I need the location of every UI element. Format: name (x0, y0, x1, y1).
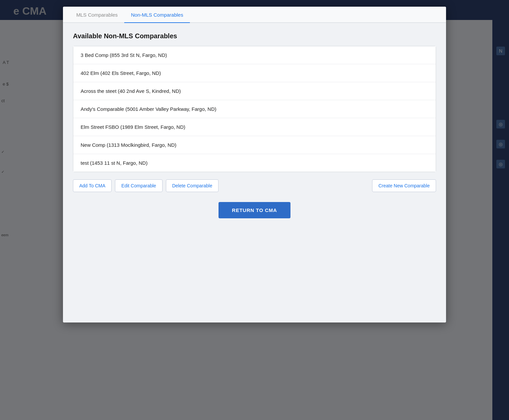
comparable-item[interactable]: 3 Bed Comp (855 3rd St N, Fargo, ND) (73, 46, 436, 64)
section-title: Available Non-MLS Comparables (73, 32, 436, 40)
tab-mls-comparables[interactable]: MLS Comparables (70, 7, 124, 23)
modal-container: MLS Comparables Non-MLS Comparables Avai… (63, 7, 446, 322)
modal-backdrop: MLS Comparables Non-MLS Comparables Avai… (0, 0, 509, 420)
tabs-bar: MLS Comparables Non-MLS Comparables (63, 7, 446, 23)
comparable-item[interactable]: test (1453 11 st N, Fargo, ND) (73, 154, 436, 172)
actions-row: Add To CMA Edit Comparable Delete Compar… (73, 179, 436, 192)
footer-area: RETURN TO CMA (73, 192, 436, 222)
comparable-item[interactable]: Andy's Comparable (5001 Amber Valley Par… (73, 100, 436, 118)
delete-comparable-button[interactable]: Delete Comparable (166, 179, 219, 192)
return-to-cma-button[interactable]: RETURN TO CMA (219, 202, 290, 218)
actions-left: Add To CMA Edit Comparable Delete Compar… (73, 179, 219, 192)
comparable-item[interactable]: Across the steet (40 2nd Ave S, Kindred,… (73, 82, 436, 100)
edit-comparable-button[interactable]: Edit Comparable (115, 179, 162, 192)
create-new-comparable-button[interactable]: Create New Comparable (372, 179, 436, 192)
add-to-cma-button[interactable]: Add To CMA (73, 179, 112, 192)
comparable-item[interactable]: New Comp (1313 Moclkingbird, Fargo, ND) (73, 136, 436, 154)
comparables-list: 3 Bed Comp (855 3rd St N, Fargo, ND) 402… (73, 46, 436, 172)
modal-body: Available Non-MLS Comparables 3 Bed Comp… (63, 23, 446, 322)
comparable-item[interactable]: Elm Street FSBO (1989 Elm Street, Fargo,… (73, 118, 436, 136)
tab-non-mls-comparables[interactable]: Non-MLS Comparables (124, 7, 190, 23)
comparable-item[interactable]: 402 Elm (402 Els Street, Fargo, ND) (73, 64, 436, 82)
